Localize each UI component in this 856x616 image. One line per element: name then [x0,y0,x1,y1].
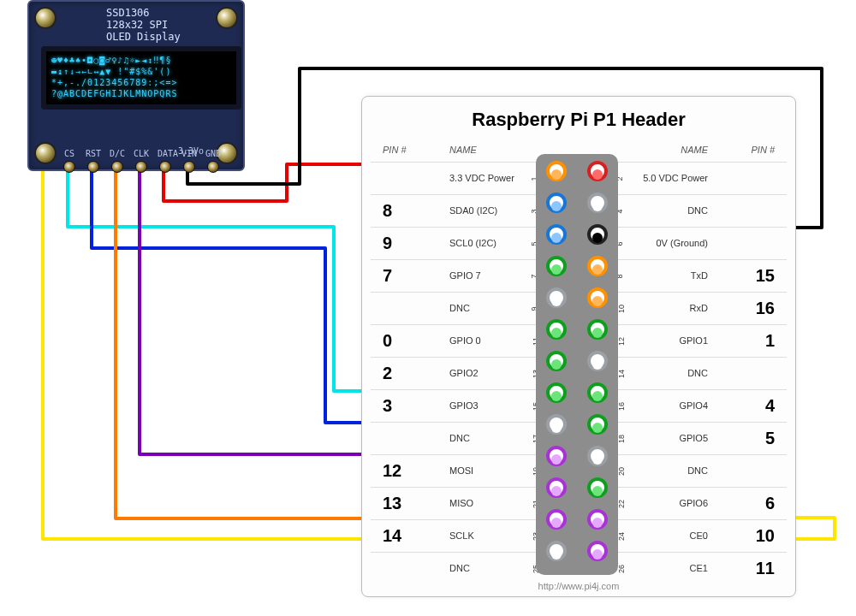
pin-name-right: GPIO6 [679,498,708,508]
header-title: Raspberry Pi P1 Header [362,109,795,131]
mount-hole-icon [216,7,238,29]
pin-pair [536,446,618,466]
physical-pin [546,287,567,308]
pin-label: RST [86,149,101,158]
pin-name-left: SDA0 (I2C) [449,205,497,216]
raw-pin-right: 12 [617,337,626,346]
pin-name-left: GPIO 0 [449,335,481,346]
wiringpi-num-right: 4 [765,396,775,416]
pin-name-right: RxD [690,303,708,313]
wiringpi-num-right: 10 [756,526,775,546]
pin-label: D/C [110,149,125,158]
physical-pin [587,256,608,276]
physical-pin [546,541,567,561]
physical-pin [546,351,567,371]
physical-pin [587,541,608,561]
raw-pin-right: 14 [617,370,626,378]
footer-link: http://www.pi4j.com [362,581,795,591]
pin-pair [536,477,618,498]
mount-hole-icon [34,7,56,29]
physical-pin [546,192,567,213]
wiringpi-num-left: 7 [383,266,392,286]
physical-pin [587,287,608,308]
pin-pair [536,509,618,530]
col-pin-right: PIN # [751,145,775,155]
module-pin-dc: D/C [110,149,125,173]
wiringpi-num-left: 13 [383,494,401,513]
wiringpi-num-left: 0 [383,331,392,351]
pin-label: GND [205,149,221,158]
pin-hole-icon [111,161,123,173]
screen-content: ☻♥♦♣♠•◘○◙♂♀♪♫☼►◄↕‼¶§ ▬↨↑↓→←∟↔▲▼ !"#$%&'(… [46,51,236,103]
pin-name-right: 0V (Ground) [656,238,708,248]
physical-pin [587,446,608,466]
physical-pin [546,382,567,403]
pin-hole-icon [159,161,171,173]
pin-name-left: 3.3 VDC Power [449,173,514,183]
wiringpi-num-right: 16 [756,299,775,318]
wiringpi-num-right: 15 [756,266,775,286]
pin-block [536,154,618,575]
physical-pin [546,477,567,498]
pin-name-left: DNC [449,563,470,573]
physical-pin [587,192,608,213]
pin-hole-icon [87,161,99,173]
physical-pin [546,319,567,340]
pin-pair [536,256,618,276]
physical-pin [587,382,608,403]
physical-pin [587,414,608,435]
pin-name-right: GPIO5 [679,433,708,443]
col-name-right: NAME [681,145,708,155]
physical-pin [546,256,567,276]
pin-name-right: CE0 [690,530,708,541]
physical-pin [587,477,608,498]
pin-label: CS [62,149,77,158]
physical-pin [546,224,567,245]
pin-name-left: MOSI [449,465,473,476]
raw-pin-right: 26 [617,565,626,573]
pin-pair [536,287,618,308]
raw-pin-right: 22 [617,500,626,508]
raw-pin-right: 10 [617,305,626,313]
pin-pair [536,161,618,181]
wiringpi-num-left: 3 [383,396,392,416]
module-pin-rst: RST [86,149,101,173]
pin-name-right: DNC [687,205,708,216]
module-pin-cs: CS [62,149,77,173]
pin-name-right: DNC [687,368,708,378]
pin-name-left: MISO [449,498,473,508]
physical-pin [587,319,608,340]
pin-pair [536,224,618,245]
physical-pin [587,509,608,530]
col-pin-left: PIN # [383,145,407,155]
physical-pin [587,224,608,245]
pin-label: VIN [181,149,197,158]
pin-name-right: 5.0 VDC Power [643,173,708,183]
pin-label: DATA [158,149,173,158]
wiringpi-num-left: 12 [383,461,401,481]
wiringpi-num-left: 9 [383,234,392,253]
physical-pin [546,509,567,530]
module-pin-data: DATA [158,149,173,173]
wiringpi-num-right: 6 [765,494,775,513]
raw-pin-right: 24 [617,532,626,541]
pin-name-left: DNC [449,303,470,313]
wiringpi-num-left: 2 [383,364,392,383]
wiringpi-num-right: 5 [765,429,775,448]
pin-pair [536,541,618,561]
module-pin-vin: VIN [181,149,197,173]
raw-pin-right: 18 [617,435,626,443]
pin-name-left: SCL0 (I2C) [449,238,496,248]
physical-pin [546,414,567,435]
wiringpi-num-left: 8 [383,201,392,221]
pin-pair [536,192,618,213]
pin-pair [536,319,618,340]
physical-pin [546,446,567,466]
pin-name-left: GPIO 7 [449,270,481,281]
pin-name-right: TxD [691,270,708,281]
mount-hole-icon [34,142,56,164]
pin-pair [536,351,618,371]
oled-module: SSD1306 128x32 SPIOLED Display ☻♥♦♣♠•◘○◙… [27,0,245,171]
pin-name-right: GPIO1 [679,335,708,346]
pin-name-left: GPIO3 [449,400,479,411]
